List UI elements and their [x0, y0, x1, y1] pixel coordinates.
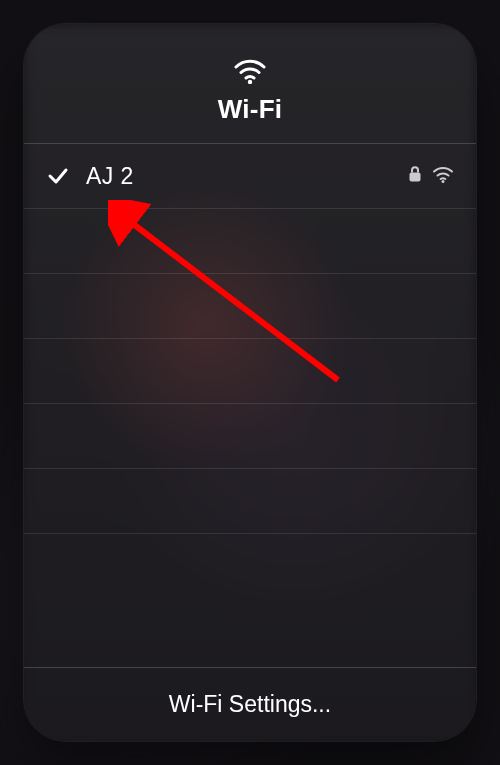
svg-point-0: [248, 80, 252, 84]
panel-footer: Wi-Fi Settings...: [24, 667, 476, 741]
network-name: AJ 2: [86, 163, 392, 190]
network-status-icons: [408, 165, 454, 187]
wifi-icon: [233, 58, 267, 84]
panel-title: Wi-Fi: [218, 94, 282, 125]
network-row-empty: [24, 404, 476, 469]
wifi-signal-icon: [432, 166, 454, 187]
panel-header: Wi-Fi: [24, 24, 476, 143]
network-list: AJ 2: [24, 143, 476, 667]
network-row-empty: [24, 209, 476, 274]
network-row-empty: [24, 339, 476, 404]
svg-rect-1: [410, 173, 421, 182]
network-row-empty: [24, 274, 476, 339]
network-row[interactable]: AJ 2: [24, 144, 476, 209]
wifi-settings-button[interactable]: Wi-Fi Settings...: [169, 691, 331, 718]
checkmark-icon: [46, 165, 70, 187]
network-row-empty: [24, 534, 476, 599]
wifi-control-panel: Wi-Fi AJ 2: [24, 24, 476, 741]
network-row-empty: [24, 469, 476, 534]
lock-icon: [408, 165, 422, 187]
svg-point-2: [442, 180, 445, 183]
